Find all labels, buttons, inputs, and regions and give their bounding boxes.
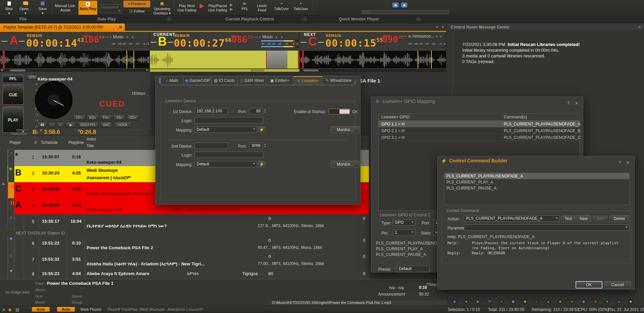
tray-icon[interactable]: ■ [628,299,633,304]
preserve-button[interactable]: ≡ Preserve [123,1,150,7]
overlay-row[interactable]: NEXT OVERLAY Station ID [0,230,369,236]
manual-live-assist-button[interactable]: Manual Live-Assist [54,1,77,15]
device2-input[interactable] [195,143,228,149]
open-button[interactable]: Open...▾ [17,1,34,15]
tab-dr-mixer[interactable]: ◫ D&R Mixer [238,76,266,85]
mapping2-edit-button[interactable]: ⚡ [258,161,265,167]
tabstrip-dropdown-icon[interactable]: ▾ [436,25,438,29]
skip-button[interactable]: I▶ [66,122,76,128]
tray-icon[interactable]: ● [499,299,504,304]
ccb-list-item[interactable]: PLS_CURRENT_PAUSE_A [444,185,629,191]
od-button[interactable]: OD» [127,114,139,120]
save-button[interactable]: Save▾ [35,1,50,15]
col-schedule[interactable]: Schedule [41,140,58,145]
tray-icon[interactable]: ● [464,299,469,304]
rpm45-button[interactable]: 45 [38,122,47,128]
ccb-list-item[interactable]: PLS_CURRENT_PLAY_A [444,179,629,185]
mark-played-label[interactable]: Mark Played [80,307,101,311]
tray-icon[interactable]: ▶ [475,299,481,304]
test-button[interactable]: Test [561,215,575,222]
close-icon[interactable]: ✕ [625,158,631,167]
linein-feed-button[interactable]: LineIn Feed [254,1,270,15]
playlist-row-7[interactable]: ♪ 7 15:51:32 3:51 Atsbha Hailu (ኣፅብሃ ሃይሉ… [0,252,369,268]
col-num[interactable]: # [35,140,37,145]
timecode-slider[interactable]: ▴ [16,129,30,132]
tab-io-cards[interactable]: ▤ IO Cards [211,76,237,85]
tray-icon[interactable]: ▲ [616,299,622,304]
playlist-row-6[interactable]: ☻ 6 15:51:22 0:10 Power the Comeback PSA… [0,236,369,252]
cancel-button[interactable]: Cancel [604,281,631,289]
ok-button[interactable]: OK [576,281,602,289]
player-b-source-select[interactable]: ⟶ ♪ Music ▼ ▼ [252,34,283,39]
ccb-command-list[interactable]: PLS_CURRENT_PLAYPAUSENOFADE_A PLS_CURREN… [444,173,630,205]
gpio-type-select[interactable]: GPO▼ [393,219,415,226]
port2-input[interactable]: 9096 [249,143,263,149]
mapping1-select[interactable]: Default▼ [195,126,257,133]
tray-icon[interactable]: ◆ [511,299,516,304]
playlist-row-5[interactable]: ♪ 5 15:35:17 16:04 የኢትዮጵያ መከላከያ ሰራዊት የተካ… [0,214,369,230]
tray-icon[interactable]: ● [534,299,539,304]
login2-input[interactable] [195,152,263,158]
set-button[interactable]: Set [592,215,608,222]
monitor-window2-icon[interactable]: ▣ [401,3,407,7]
onair-icon[interactable]: ◉ [8,307,11,312]
mapping-row-1[interactable]: GPO 1.1 = HPLS_CURRENT_PLAYPAUSENOFADE_A [379,121,579,127]
player-b-waveform[interactable] [150,50,299,69]
mapping2-select[interactable]: Default▼ [195,161,257,167]
eq-button[interactable]: EQ» [87,114,99,120]
playlist-row-8[interactable]: ★ 8 15:55:23 4:04 Abebe Araya ft Ephrem … [0,268,369,279]
tray-icon[interactable]: ● [569,299,575,304]
tray-icon[interactable]: ■ [557,299,563,304]
autoplay-dialog-launcher[interactable]: ↘ [167,17,171,21]
mapping1-edit-button[interactable]: ⚡ [258,126,265,133]
upcoming-overlays-button[interactable]: ▦Upcoming Overlays ▾ [152,1,172,15]
tab-close-icon[interactable]: ✕ [119,23,122,31]
col-playtime[interactable]: Playtime [68,140,84,145]
action-select[interactable]: PLS_CURRENT_PLAYPAUSENOFADE_A▼ [464,215,559,222]
tab-main[interactable]: ⌂ Main [161,76,183,85]
ccb-list-item[interactable]: PLS_CURRENT_PLAYPAUSENOFADE_A [444,173,629,179]
tab-wheatstone[interactable]: ✎ Wheatstone [323,76,355,85]
tab-ember[interactable]: ▣ Ember+ [266,76,293,85]
list-icon[interactable]: ▤ [15,307,19,312]
player-a-source-select[interactable]: ⟶ ♪ Music ▼ ▼ [103,34,134,39]
tray-icon[interactable]: ■ [593,299,598,304]
message-center-title[interactable]: Control Room Message Center⌗ [447,23,644,31]
monitor2-button[interactable]: Monitor... [331,161,360,168]
delete-button[interactable]: Delete [609,215,629,222]
mapping-row-2[interactable]: GPO 2.1 = HPLS_CURRENT_PLAYPAUSENOFADE_B [379,127,579,134]
talkuser-button[interactable]: ⌖TalkUser [292,1,310,15]
cue-button[interactable]: CUE [3,85,23,105]
tray-icon[interactable]: ● [604,299,610,304]
player-c-scrollbar[interactable] [300,69,446,72]
mapping-row-3[interactable]: GPO 3.1 = HPLS_CURRENT_PLAYPAUSENOFADE_C [379,134,579,141]
col-player[interactable]: Player [9,140,21,145]
new-button[interactable]: New [577,215,591,222]
col-artist[interactable]: Artist [87,137,96,142]
port1-spinner[interactable]: ▲▼ [263,108,267,114]
help-icon[interactable]: ? [566,99,572,108]
ccb-titlebar[interactable]: ⚡ Control Command Builder ? ✕ [438,156,634,165]
player-a-waveform[interactable] [0,50,149,69]
vinyl-turntable[interactable] [35,81,72,119]
auto-toggle-2[interactable]: Auto [57,307,75,312]
pin-icon[interactable]: ⌗ [638,23,641,31]
parameter-select[interactable]: ▼ [464,224,629,231]
monitor-dialog-launcher[interactable]: ↘ [416,17,420,21]
monitor-window-icon[interactable]: ▣ [392,3,398,7]
spd-button[interactable]: SPD [27,74,38,80]
fx-button[interactable]: FX» [100,114,112,120]
follow-button[interactable]: Ⓐ Follow [123,8,150,15]
tray-icon[interactable]: ◆ [581,299,586,304]
tab-game-udp[interactable]: ◉ Game/UDP [184,76,211,85]
auto-toggle-1[interactable]: Auto [32,307,50,312]
gpio-pin-select[interactable]: 1▼ [393,229,415,236]
sequential-select[interactable]: Sequential▾ [99,4,121,13]
pfl-button[interactable]: ▶PFL [237,1,252,15]
cp-button[interactable]: CP» [73,114,85,120]
player-c-source-select[interactable]: ⟶ ☻ Announce... ▼ ▼ [400,34,442,39]
tab-livewire[interactable]: ≋ Livewire+ [293,76,322,85]
auto-play-button[interactable]: ▶Auto Play [78,1,97,15]
enable-startup-toggle[interactable] [329,109,350,114]
login1-input[interactable] [195,117,263,123]
